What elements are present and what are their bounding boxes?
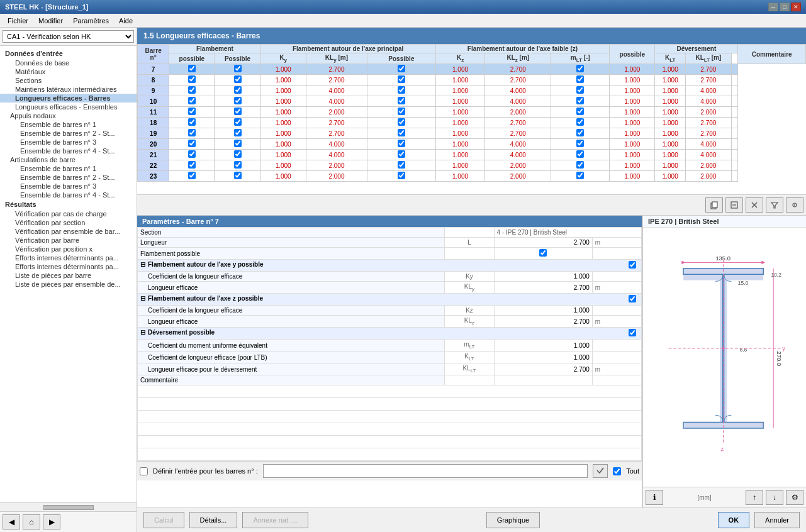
minimize-button[interactable]: ─: [768, 3, 778, 11]
cb-dev[interactable]: [576, 118, 584, 126]
table-row[interactable]: 111.0002.0001.0002.0001.0001.0002.000: [138, 107, 806, 118]
table-row[interactable]: 181.0002.7001.0002.7001.0001.0002.700: [138, 118, 806, 128]
cb-flamb-z[interactable]: [398, 172, 405, 179]
cb-flamb-z[interactable]: [398, 150, 405, 158]
table-row[interactable]: 81.0002.7001.0002.7001.0001.0002.700: [138, 75, 806, 86]
menu-fichier[interactable]: Fichier: [3, 16, 33, 26]
tree-item-maintiens[interactable]: Maintiens latéraux intermédiaires: [0, 85, 137, 94]
cb-flamb2[interactable]: [234, 108, 242, 115]
tree-home-button[interactable]: ⌂: [23, 514, 40, 529]
tree-item-materiaux[interactable]: Matériaux: [0, 67, 137, 76]
cb-flamb[interactable]: [188, 118, 196, 126]
close-button[interactable]: ✕: [791, 3, 801, 11]
cb-dev[interactable]: [576, 129, 584, 136]
tout-checkbox[interactable]: [613, 467, 621, 475]
table-row[interactable]: 221.0002.0001.0002.0001.0001.0002.000: [138, 160, 806, 171]
barres-input[interactable]: [263, 464, 588, 478]
tree-item-donnees-base[interactable]: Données de base: [0, 58, 137, 67]
tree-item-art-ensemble1[interactable]: Ensemble de barres n° 1: [0, 164, 137, 173]
details-button[interactable]: Détails...: [189, 512, 238, 528]
tree-back-button[interactable]: ◀: [3, 514, 20, 529]
tree-item-efforts1[interactable]: Efforts internes déterminants pa...: [0, 253, 137, 262]
tree-item-art-ensemble3[interactable]: Ensemble de barres n° 3: [0, 182, 137, 191]
tree-item-long-eff-barres[interactable]: Longueurs efficaces - Barres: [0, 94, 137, 103]
table-btn-3[interactable]: [746, 197, 763, 213]
cb-flamb[interactable]: [188, 129, 196, 136]
table-row[interactable]: 201.0004.0001.0004.0001.0001.0004.000: [138, 139, 806, 150]
table-row[interactable]: 211.0004.0001.0004.0001.0001.0004.000: [138, 150, 806, 160]
tree-item-art-ensemble2[interactable]: Ensemble de barres n° 2 - St...: [0, 173, 137, 182]
cb-flamb2[interactable]: [234, 161, 242, 169]
maximize-button[interactable]: □: [780, 3, 790, 11]
cb-flamb[interactable]: [188, 75, 196, 83]
cb-flamb-z[interactable]: [398, 140, 405, 147]
tree-item-verif-ensemble[interactable]: Vérification par ensemble de bar...: [0, 227, 137, 236]
cb-flamb2[interactable]: [234, 140, 242, 147]
cb-flamb[interactable]: [188, 108, 196, 115]
barres-confirm-button[interactable]: [593, 464, 608, 478]
annexe-button[interactable]: Annexe nat. ...: [242, 512, 308, 528]
cb-flamb[interactable]: [188, 65, 196, 72]
cb-dev[interactable]: [576, 65, 584, 72]
cb-dev[interactable]: [576, 86, 584, 94]
tree-item-ensemble1[interactable]: Ensemble de barres n° 1: [0, 120, 137, 129]
tree-item-sections[interactable]: Sections: [0, 76, 137, 85]
section-btn-3[interactable]: ⚙: [786, 490, 803, 505]
calcul-button[interactable]: Calcul: [143, 512, 184, 528]
cb-dev[interactable]: [576, 108, 584, 115]
flamb-axe-y-checkbox[interactable]: [629, 261, 636, 269]
cb-flamb2[interactable]: [234, 97, 242, 104]
cb-dev[interactable]: [576, 172, 584, 179]
menu-aide[interactable]: Aide: [114, 16, 138, 26]
tree-item-ensemble3[interactable]: Ensemble de barres n° 3: [0, 138, 137, 147]
cb-dev[interactable]: [576, 140, 584, 147]
cb-flamb[interactable]: [188, 172, 196, 179]
cb-flamb2[interactable]: [234, 86, 242, 94]
menu-modifier[interactable]: Modifier: [33, 16, 68, 26]
section-info-button[interactable]: ℹ: [646, 490, 663, 505]
tree-item-liste-pieces-ens[interactable]: Liste de pièces par ensemble de...: [0, 280, 137, 289]
deversement-checkbox[interactable]: [629, 329, 636, 336]
cb-flamb-z[interactable]: [398, 129, 405, 136]
tree-item-verif-barre[interactable]: Vérification par barre: [0, 236, 137, 245]
section-btn-1[interactable]: ↑: [746, 490, 763, 505]
flamb-axe-z-checkbox[interactable]: [629, 295, 636, 302]
tree-item-appuis-nodaux[interactable]: Appuis nodaux: [0, 111, 137, 120]
cb-dev[interactable]: [576, 150, 584, 158]
tree-item-verif-position[interactable]: Vérification par position x: [0, 245, 137, 253]
tree-item-verif-section[interactable]: Vérification par section: [0, 218, 137, 227]
define-input-checkbox[interactable]: [140, 467, 148, 475]
table-btn-view[interactable]: [786, 197, 803, 213]
cb-flamb2[interactable]: [234, 129, 242, 136]
table-row[interactable]: 191.0002.7001.0002.7001.0001.0002.700: [138, 128, 806, 139]
tree-item-articulations[interactable]: Articulations de barre: [0, 155, 137, 164]
tree-item-liste-pieces[interactable]: Liste de pièces par barre: [0, 271, 137, 280]
cb-flamb[interactable]: [188, 86, 196, 94]
cb-flamb-z[interactable]: [398, 108, 405, 115]
cb-flamb[interactable]: [188, 150, 196, 158]
annuler-button[interactable]: Annuler: [754, 512, 800, 528]
tree-item-efforts2[interactable]: Efforts internes déterminants pa...: [0, 262, 137, 271]
left-panel-scrollbar[interactable]: [0, 502, 137, 511]
cb-flamb[interactable]: [188, 161, 196, 169]
cb-flamb-z[interactable]: [398, 86, 405, 94]
tree-forward-button[interactable]: ▶: [43, 514, 60, 529]
graphique-button[interactable]: Graphique: [486, 512, 540, 528]
cb-flamb-z[interactable]: [398, 65, 405, 72]
cb-flamb2[interactable]: [234, 150, 242, 158]
ca-selector[interactable]: CA1 - Vérification selon HK: [3, 30, 134, 43]
tree-item-long-eff-ensembles[interactable]: Longueurs efficaces - Ensembles: [0, 103, 137, 111]
table-btn-2[interactable]: [725, 197, 743, 213]
ok-button[interactable]: OK: [718, 512, 750, 528]
cb-flamb2[interactable]: [234, 75, 242, 83]
cb-flamb[interactable]: [188, 97, 196, 104]
table-row[interactable]: 91.0004.0001.0004.0001.0001.0004.000: [138, 86, 806, 96]
table-row[interactable]: 101.0004.0001.0004.0001.0001.0004.000: [138, 96, 806, 107]
cb-flamb2[interactable]: [234, 118, 242, 126]
section-btn-2[interactable]: ↓: [766, 490, 783, 505]
cb-dev[interactable]: [576, 97, 584, 104]
cb-flamb2[interactable]: [234, 65, 242, 72]
tree-item-ensemble2[interactable]: Ensemble de barres n° 2 - St...: [0, 129, 137, 138]
table-row[interactable]: 71.0002.7001.0002.7001.0001.0002.700: [138, 64, 806, 75]
table-row[interactable]: 231.0002.0001.0002.0001.0001.0002.000: [138, 171, 806, 182]
